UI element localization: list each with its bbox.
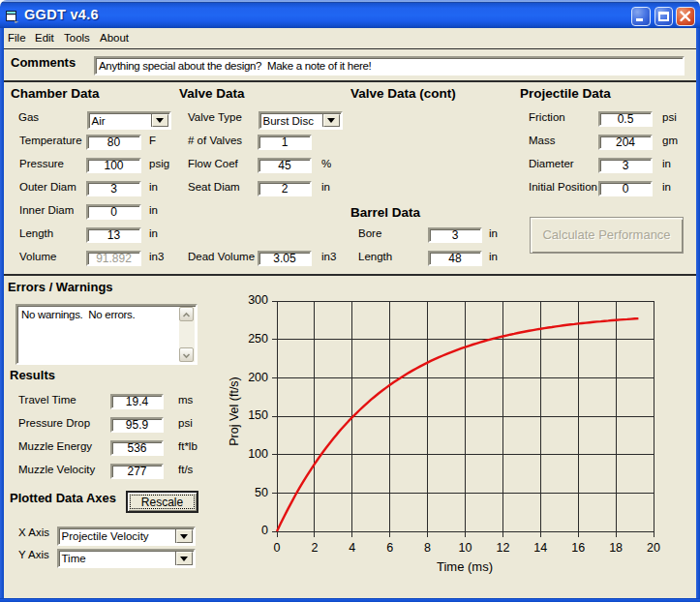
svg-text:150: 150 (248, 408, 268, 422)
svg-text:250: 250 (248, 332, 268, 346)
svg-text:16: 16 (571, 541, 585, 555)
svg-text:6: 6 (386, 541, 393, 555)
svg-text:50: 50 (255, 486, 268, 499)
svg-text:18: 18 (609, 541, 623, 555)
svg-text:0: 0 (261, 524, 268, 537)
svg-text:8: 8 (424, 541, 431, 555)
svg-text:14: 14 (533, 541, 547, 555)
svg-text:0: 0 (274, 541, 281, 555)
svg-text:Time (ms): Time (ms) (437, 559, 493, 574)
svg-text:12: 12 (496, 541, 509, 555)
svg-text:300: 300 (248, 293, 268, 307)
svg-text:4: 4 (349, 541, 355, 555)
svg-text:10: 10 (459, 541, 472, 555)
svg-text:20: 20 (647, 541, 660, 555)
svg-text:2: 2 (311, 541, 318, 555)
svg-text:Proj Vel (ft/s): Proj Vel (ft/s) (228, 376, 241, 446)
svg-text:200: 200 (248, 371, 268, 384)
svg-text:100: 100 (248, 447, 268, 461)
